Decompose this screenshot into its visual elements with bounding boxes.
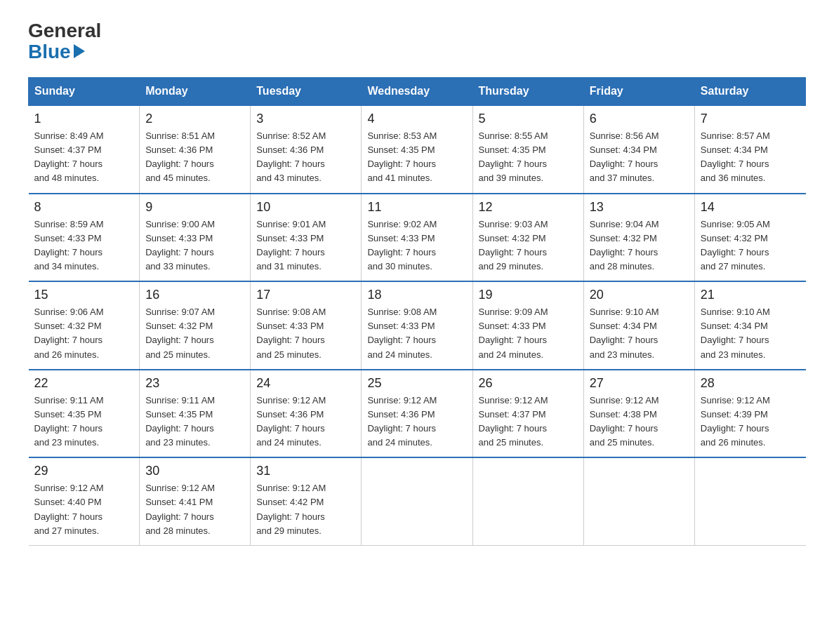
calendar-cell: 31 Sunrise: 9:12 AMSunset: 4:42 PMDaylig… — [251, 457, 362, 545]
day-info: Sunrise: 8:57 AMSunset: 4:34 PMDaylight:… — [701, 129, 800, 186]
day-info: Sunrise: 9:12 AMSunset: 4:39 PMDaylight:… — [701, 394, 800, 450]
day-info: Sunrise: 8:49 AMSunset: 4:37 PMDaylight:… — [34, 129, 134, 186]
calendar-cell: 11 Sunrise: 9:02 AMSunset: 4:33 PMDaylig… — [362, 194, 472, 282]
calendar-header-sunday: Sunday — [29, 78, 140, 106]
day-number: 24 — [256, 376, 355, 391]
day-info: Sunrise: 9:02 AMSunset: 4:33 PMDaylight:… — [367, 217, 466, 274]
logo-blue-line: Blue — [28, 41, 85, 63]
day-info: Sunrise: 9:09 AMSunset: 4:33 PMDaylight:… — [479, 305, 578, 362]
day-info: Sunrise: 9:01 AMSunset: 4:33 PMDaylight:… — [256, 217, 355, 274]
day-number: 15 — [34, 288, 134, 302]
day-info: Sunrise: 8:59 AMSunset: 4:33 PMDaylight:… — [34, 217, 134, 274]
day-number: 8 — [34, 200, 134, 215]
calendar-cell: 21 Sunrise: 9:10 AMSunset: 4:34 PMDaylig… — [694, 281, 805, 370]
day-number: 6 — [590, 112, 689, 126]
day-info: Sunrise: 8:51 AMSunset: 4:36 PMDaylight:… — [145, 129, 244, 186]
day-number: 10 — [256, 200, 355, 215]
calendar-header-thursday: Thursday — [472, 78, 583, 106]
day-number: 11 — [367, 200, 466, 215]
calendar-cell — [583, 457, 694, 545]
page-header: General Blue — [28, 21, 806, 63]
calendar-cell: 2 Sunrise: 8:51 AMSunset: 4:36 PMDayligh… — [140, 105, 251, 194]
day-number: 7 — [701, 112, 800, 126]
day-number: 2 — [145, 112, 244, 126]
day-info: Sunrise: 8:53 AMSunset: 4:35 PMDaylight:… — [367, 129, 466, 186]
day-info: Sunrise: 9:11 AMSunset: 4:35 PMDaylight:… — [34, 394, 134, 450]
day-number: 27 — [590, 376, 689, 391]
calendar-cell: 5 Sunrise: 8:55 AMSunset: 4:35 PMDayligh… — [472, 105, 583, 194]
calendar-header-row: SundayMondayTuesdayWednesdayThursdayFrid… — [29, 78, 806, 106]
calendar-cell: 25 Sunrise: 9:12 AMSunset: 4:36 PMDaylig… — [362, 370, 472, 458]
day-info: Sunrise: 9:12 AMSunset: 4:36 PMDaylight:… — [367, 394, 466, 450]
day-number: 3 — [256, 112, 355, 126]
calendar-cell: 15 Sunrise: 9:06 AMSunset: 4:32 PMDaylig… — [29, 281, 140, 370]
day-info: Sunrise: 9:12 AMSunset: 4:40 PMDaylight:… — [34, 481, 134, 538]
calendar-cell: 30 Sunrise: 9:12 AMSunset: 4:41 PMDaylig… — [140, 457, 251, 545]
day-number: 23 — [145, 376, 244, 391]
calendar-cell: 18 Sunrise: 9:08 AMSunset: 4:33 PMDaylig… — [362, 281, 472, 370]
calendar-cell: 7 Sunrise: 8:57 AMSunset: 4:34 PMDayligh… — [694, 105, 805, 194]
day-number: 17 — [256, 288, 355, 302]
logo-triangle-icon — [74, 44, 85, 58]
day-number: 26 — [479, 376, 578, 391]
calendar-week-row: 22 Sunrise: 9:11 AMSunset: 4:35 PMDaylig… — [29, 370, 806, 458]
logo-general-text: General — [28, 21, 101, 41]
calendar-week-row: 8 Sunrise: 8:59 AMSunset: 4:33 PMDayligh… — [29, 194, 806, 282]
calendar-header-tuesday: Tuesday — [251, 78, 362, 106]
day-info: Sunrise: 8:55 AMSunset: 4:35 PMDaylight:… — [479, 129, 578, 186]
calendar-cell: 16 Sunrise: 9:07 AMSunset: 4:32 PMDaylig… — [140, 281, 251, 370]
calendar-header-monday: Monday — [140, 78, 251, 106]
day-number: 4 — [367, 112, 466, 126]
day-info: Sunrise: 9:00 AMSunset: 4:33 PMDaylight:… — [145, 217, 244, 274]
day-number: 1 — [34, 112, 134, 126]
day-number: 9 — [145, 200, 244, 215]
day-number: 29 — [34, 464, 134, 478]
calendar-cell: 24 Sunrise: 9:12 AMSunset: 4:36 PMDaylig… — [251, 370, 362, 458]
calendar-cell: 14 Sunrise: 9:05 AMSunset: 4:32 PMDaylig… — [694, 194, 805, 282]
calendar-week-row: 15 Sunrise: 9:06 AMSunset: 4:32 PMDaylig… — [29, 281, 806, 370]
calendar-cell: 3 Sunrise: 8:52 AMSunset: 4:36 PMDayligh… — [251, 105, 362, 194]
day-info: Sunrise: 9:04 AMSunset: 4:32 PMDaylight:… — [590, 217, 689, 274]
day-number: 12 — [479, 200, 578, 215]
day-number: 31 — [256, 464, 355, 478]
calendar-header-saturday: Saturday — [694, 78, 805, 106]
day-number: 14 — [701, 200, 800, 215]
calendar-cell: 19 Sunrise: 9:09 AMSunset: 4:33 PMDaylig… — [472, 281, 583, 370]
day-info: Sunrise: 9:11 AMSunset: 4:35 PMDaylight:… — [145, 394, 244, 450]
calendar-cell: 29 Sunrise: 9:12 AMSunset: 4:40 PMDaylig… — [29, 457, 140, 545]
day-number: 28 — [701, 376, 800, 391]
day-info: Sunrise: 9:12 AMSunset: 4:36 PMDaylight:… — [256, 394, 355, 450]
day-info: Sunrise: 8:52 AMSunset: 4:36 PMDaylight:… — [256, 129, 355, 186]
calendar-cell: 17 Sunrise: 9:08 AMSunset: 4:33 PMDaylig… — [251, 281, 362, 370]
calendar-cell: 10 Sunrise: 9:01 AMSunset: 4:33 PMDaylig… — [251, 194, 362, 282]
calendar-cell — [694, 457, 805, 545]
calendar-cell: 13 Sunrise: 9:04 AMSunset: 4:32 PMDaylig… — [583, 194, 694, 282]
calendar-cell — [472, 457, 583, 545]
calendar-cell: 20 Sunrise: 9:10 AMSunset: 4:34 PMDaylig… — [583, 281, 694, 370]
calendar-cell: 1 Sunrise: 8:49 AMSunset: 4:37 PMDayligh… — [29, 105, 140, 194]
day-info: Sunrise: 9:03 AMSunset: 4:32 PMDaylight:… — [479, 217, 578, 274]
day-info: Sunrise: 9:08 AMSunset: 4:33 PMDaylight:… — [367, 305, 466, 362]
calendar-cell: 9 Sunrise: 9:00 AMSunset: 4:33 PMDayligh… — [140, 194, 251, 282]
day-number: 5 — [479, 112, 578, 126]
calendar-cell: 23 Sunrise: 9:11 AMSunset: 4:35 PMDaylig… — [140, 370, 251, 458]
day-number: 25 — [367, 376, 466, 391]
day-info: Sunrise: 9:12 AMSunset: 4:42 PMDaylight:… — [256, 481, 355, 538]
day-number: 18 — [367, 288, 466, 302]
day-info: Sunrise: 9:05 AMSunset: 4:32 PMDaylight:… — [701, 217, 800, 274]
day-info: Sunrise: 9:10 AMSunset: 4:34 PMDaylight:… — [590, 305, 689, 362]
day-number: 13 — [590, 200, 689, 215]
calendar-header-friday: Friday — [583, 78, 694, 106]
day-info: Sunrise: 9:12 AMSunset: 4:37 PMDaylight:… — [479, 394, 578, 450]
logo: General Blue — [28, 21, 101, 63]
day-number: 20 — [590, 288, 689, 302]
calendar-cell: 27 Sunrise: 9:12 AMSunset: 4:38 PMDaylig… — [583, 370, 694, 458]
day-info: Sunrise: 9:10 AMSunset: 4:34 PMDaylight:… — [701, 305, 800, 362]
calendar-cell: 6 Sunrise: 8:56 AMSunset: 4:34 PMDayligh… — [583, 105, 694, 194]
day-info: Sunrise: 9:12 AMSunset: 4:38 PMDaylight:… — [590, 394, 689, 450]
day-info: Sunrise: 9:06 AMSunset: 4:32 PMDaylight:… — [34, 305, 134, 362]
calendar-cell: 26 Sunrise: 9:12 AMSunset: 4:37 PMDaylig… — [472, 370, 583, 458]
day-number: 16 — [145, 288, 244, 302]
day-number: 22 — [34, 376, 134, 391]
calendar-week-row: 29 Sunrise: 9:12 AMSunset: 4:40 PMDaylig… — [29, 457, 806, 545]
